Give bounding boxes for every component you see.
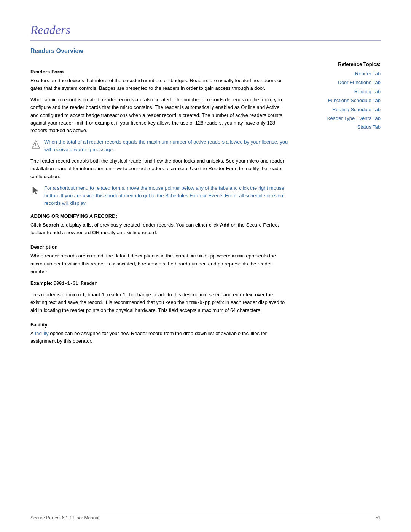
description-para2: This reader is on micro 1, board 1, read…: [30, 291, 289, 314]
sidebar-link-routing-tab[interactable]: Routing Tab: [297, 87, 381, 96]
description-title: Description: [30, 244, 289, 250]
search-bold: Search: [43, 222, 59, 228]
sidebar: Reference Topics: Reader Tab Door Functi…: [297, 61, 381, 349]
example-code: 0001-1-01 Reader: [54, 281, 97, 286]
reference-topics-label: Reference Topics:: [297, 61, 381, 67]
section-title: Readers Overview: [30, 48, 381, 54]
sidebar-link-routing-schedule-tab[interactable]: Routing Schedule Tab: [297, 105, 381, 114]
footer-left: Secure Perfect 6.1.1 User Manual: [30, 515, 99, 521]
cursor-icon: [30, 185, 41, 196]
note-text-1: When the total of all reader records equ…: [44, 138, 289, 153]
adding-section-title: ADDING OR MODIFYING A RECORD:: [30, 213, 289, 219]
sidebar-link-reader-tab[interactable]: Reader Tab: [297, 69, 381, 78]
example-label: Example: [30, 280, 51, 286]
warning-icon: [30, 139, 41, 150]
sidebar-link-functions-schedule-tab[interactable]: Functions Schedule Tab: [297, 96, 381, 105]
footer-right: 51: [376, 515, 381, 521]
b-code: b: [138, 262, 140, 267]
readers-form-para1: Readers are the devices that interpret t…: [30, 77, 289, 92]
footer: Secure Perfect 6.1.1 User Manual 51: [30, 512, 381, 521]
note-text-2: For a shortcut menu to related forms, mo…: [44, 184, 289, 207]
facility-text-before: A: [30, 331, 35, 336]
format-code: mmmm-b-pp: [191, 254, 216, 259]
mmmm-code: mmmm: [232, 254, 243, 259]
readers-form-title: Readers Form: [30, 69, 289, 75]
facility-text-after: option can be assigned for your new Read…: [30, 331, 267, 344]
facility-link[interactable]: facility: [35, 331, 49, 336]
readers-form-para2: When a micro record is created, reader r…: [30, 96, 289, 134]
pp-code: pp: [218, 262, 223, 267]
facility-title: Facility: [30, 322, 289, 328]
desc-text-before: When reader records are created, the def…: [30, 253, 191, 259]
prefix-code: mmmm-b-pp: [186, 300, 210, 305]
add-bold: Add: [220, 222, 229, 228]
desc-text-mid1: where: [216, 253, 232, 259]
adding-section-text: Click Search to display a list of previo…: [30, 221, 289, 236]
example-line: Example: 0001-1-01 Reader: [30, 280, 289, 288]
sidebar-link-door-functions-tab[interactable]: Door Functions Tab: [297, 78, 381, 87]
main-content: Readers Form Readers are the devices tha…: [30, 61, 297, 349]
desc-text-mid3: represents the board number, and: [140, 261, 218, 267]
note-box-2: For a shortcut menu to related forms, mo…: [30, 184, 289, 207]
sidebar-link-reader-type-events-tab[interactable]: Reader Type Events Tab: [297, 114, 381, 123]
page-container: Readers Readers Overview Readers Form Re…: [0, 0, 411, 532]
facility-para: A facility option can be assigned for yo…: [30, 330, 289, 345]
svg-point-2: [35, 147, 36, 147]
content-area: Readers Form Readers are the devices tha…: [30, 61, 381, 349]
note-box-1: When the total of all reader records equ…: [30, 138, 289, 153]
page-title: Readers: [30, 23, 381, 41]
readers-form-para3: The reader record controls both the phys…: [30, 157, 289, 180]
sidebar-link-status-tab[interactable]: Status Tab: [297, 123, 381, 131]
description-para1: When reader records are created, the def…: [30, 252, 289, 275]
